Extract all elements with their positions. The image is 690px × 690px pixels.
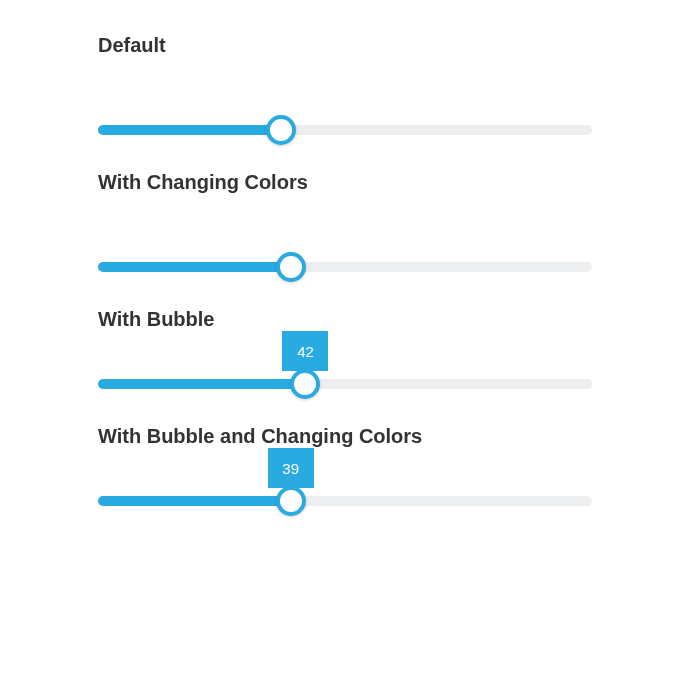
slider-changing-colors[interactable] [98,262,592,272]
slider-changing-colors-wrap [98,208,592,284]
slider-bubble-colors[interactable] [98,496,592,506]
slider-bubble-wrap: 42 [98,331,592,401]
slider-bubble-colors-thumb[interactable] [276,486,306,516]
section-title-bubble: With Bubble [98,308,592,331]
slider-default-fill [98,125,281,135]
slider-default-wrap [98,71,592,147]
section-default: Default [98,34,592,147]
slider-bubble-colors-wrap: 39 [98,448,592,518]
slider-changing-colors-thumb[interactable] [276,252,306,282]
slider-bubble[interactable] [98,379,592,389]
section-changing-colors: With Changing Colors [98,171,592,284]
section-title-default: Default [98,34,592,57]
slider-default-thumb[interactable] [266,115,296,145]
slider-bubble-tooltip: 42 [282,331,328,371]
slider-default[interactable] [98,125,592,135]
slider-bubble-thumb[interactable] [290,369,320,399]
slider-bubble-colors-fill [98,496,291,506]
section-title-bubble-colors: With Bubble and Changing Colors [98,425,592,448]
slider-bubble-colors-tooltip: 39 [268,448,314,488]
sliders-demo-page: Default With Changing Colors With Bubble… [0,0,690,518]
slider-changing-colors-fill [98,262,291,272]
slider-bubble-fill [98,379,305,389]
slider-bubble-colors-value: 39 [282,460,299,477]
slider-bubble-value: 42 [297,343,314,360]
section-bubble: With Bubble 42 [98,308,592,401]
section-title-changing-colors: With Changing Colors [98,171,592,194]
section-bubble-colors: With Bubble and Changing Colors 39 [98,425,592,518]
